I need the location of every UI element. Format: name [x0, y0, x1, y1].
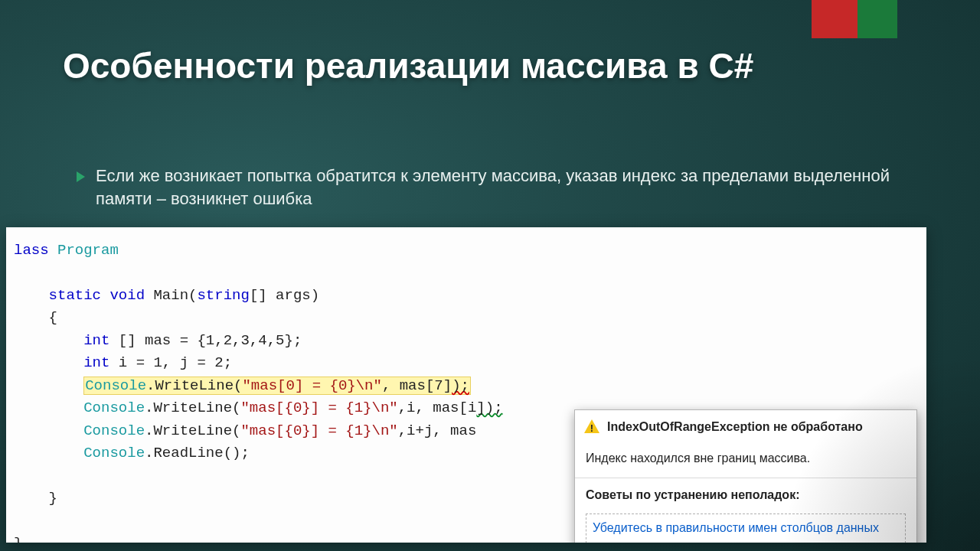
code-kw: int: [83, 332, 109, 349]
bullet-icon: [77, 171, 85, 182]
warn-squiggle: ]);: [476, 399, 502, 416]
code-kw: string: [197, 287, 249, 304]
accent-green: [858, 0, 897, 38]
tooltip-header: IndexOutOfRangeException не обработано: [575, 410, 916, 445]
code-string: "mas[0] = {0}\n": [242, 377, 381, 394]
highlighted-line: Console.WriteLine("mas[0] = {0}\n", mas[…: [83, 377, 471, 395]
code-text: [] mas = {1,2,3,4,5};: [109, 332, 302, 349]
code-text: i = 1, j = 2;: [109, 354, 232, 371]
slide: Особенности реализации массива в С# Если…: [0, 0, 980, 551]
code-string: "mas[{0}] = {1}\n": [240, 399, 397, 416]
code-string: "mas[{0}] = {1}\n": [240, 422, 397, 439]
code-panel: lass Program static void Main(string[] a…: [6, 227, 926, 543]
code-text: , mas[7]: [382, 377, 452, 394]
exception-tooltip: IndexOutOfRangeException не обработано И…: [574, 409, 917, 543]
bullet-block: Если же возникает попытка обратится к эл…: [77, 165, 911, 210]
code-class: Console: [85, 377, 146, 394]
tooltip-subhead: Советы по устранению неполадок:: [575, 478, 916, 510]
code-text: .WriteLine(: [146, 377, 242, 394]
code-text: [] args): [250, 287, 319, 304]
code-class: Console: [83, 445, 145, 461]
code-text: ,i+j, mas: [398, 422, 477, 439]
code-text: .WriteLine(: [145, 422, 240, 439]
tooltip-link[interactable]: Убедитесь в правильности имен столбцов д…: [593, 521, 879, 534]
code-kw: int: [83, 354, 109, 371]
code-text: .ReadLine();: [145, 445, 250, 461]
code-text: }: [49, 490, 57, 507]
slide-title: Особенности реализации массива в С#: [63, 46, 934, 86]
code-text: {: [49, 309, 57, 326]
tooltip-suggestion[interactable]: Убедитесь в правильности имен столбцов д…: [586, 514, 906, 543]
code-text: }: [14, 535, 22, 543]
bullet-text: Если же возникает попытка обратится к эл…: [96, 165, 911, 210]
code-class: Console: [83, 422, 145, 439]
warning-icon: [584, 419, 599, 435]
tooltip-message: Индекс находился вне границ массива.: [575, 445, 916, 478]
code-text: Main(: [145, 287, 197, 304]
accent-red: [812, 0, 858, 38]
tooltip-title: IndexOutOfRangeException не обработано: [607, 418, 863, 437]
code-class: Program: [57, 242, 119, 259]
code-kw: static void: [49, 287, 145, 304]
code-text: ,i, mas[i: [398, 399, 477, 416]
code-kw: lass: [14, 242, 57, 259]
code-text: .WriteLine(: [145, 399, 240, 416]
code-class: Console: [83, 399, 145, 416]
error-squiggle: );: [452, 377, 469, 394]
